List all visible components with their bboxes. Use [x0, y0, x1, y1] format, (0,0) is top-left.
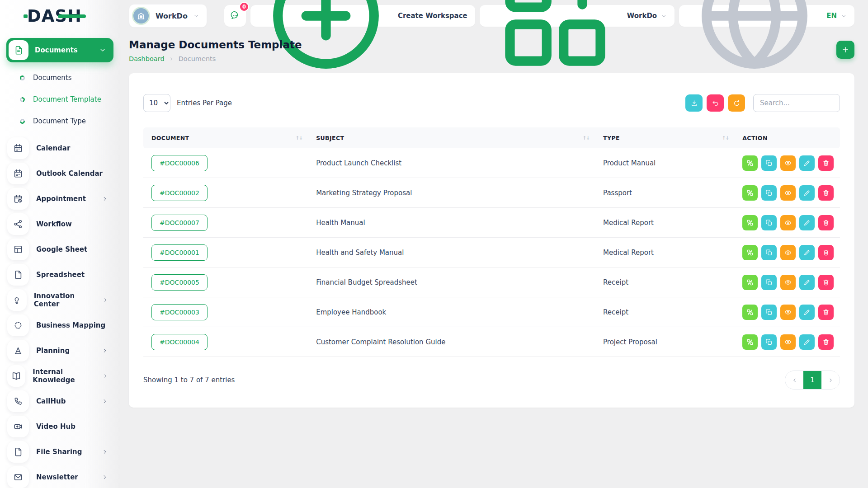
- convert-action-button[interactable]: [742, 155, 758, 171]
- convert-action-button[interactable]: [742, 245, 758, 260]
- sidebar-item-file-sharing[interactable]: File Sharing: [7, 439, 112, 465]
- convert-action-button[interactable]: [742, 305, 758, 320]
- sidebar-item-spreadsheet[interactable]: Spreadsheet: [7, 262, 112, 287]
- convert-action-button[interactable]: [742, 215, 758, 230]
- workspace-avatar: [132, 7, 150, 25]
- sidebar-item-outlook-calendar[interactable]: Outlook Calendar: [7, 161, 112, 186]
- refresh-button[interactable]: [728, 94, 745, 112]
- view-action-button[interactable]: [780, 305, 796, 320]
- delete-action-button[interactable]: [818, 305, 834, 320]
- sidebar-item-callhub[interactable]: CallHub: [7, 389, 112, 414]
- sidebar-item-business-mapping[interactable]: Business Mapping: [7, 313, 112, 338]
- convert-icon: [746, 338, 754, 346]
- column-header-type[interactable]: TYPE↑↓: [603, 135, 742, 141]
- search-input[interactable]: [753, 94, 840, 112]
- sort-arrows-icon[interactable]: ↑↓: [582, 135, 590, 141]
- delete-action-button[interactable]: [818, 155, 834, 171]
- showing-entries-text: Showing 1 to 7 of 7 entries: [143, 376, 235, 384]
- copy-action-button[interactable]: [761, 334, 777, 350]
- view-action-button[interactable]: [780, 334, 796, 350]
- document-id-badge[interactable]: #DOC00003: [151, 304, 208, 320]
- sidebar-item-workflow[interactable]: Workflow: [7, 211, 112, 237]
- sidebar-subitem-document-type[interactable]: Document Type: [20, 110, 113, 132]
- edit-action-button[interactable]: [799, 155, 815, 171]
- convert-action-button[interactable]: [742, 275, 758, 290]
- table-row: #DOC00002Marketing Strategy ProposalPass…: [143, 178, 840, 208]
- column-header-document[interactable]: DOCUMENT↑↓: [143, 135, 316, 141]
- breadcrumb-dashboard-link[interactable]: Dashboard: [129, 55, 165, 62]
- delete-action-button[interactable]: [818, 185, 834, 201]
- workdo-menu-button[interactable]: WorkDo: [480, 5, 675, 27]
- sidebar-item-google-sheet[interactable]: Google Sheet: [7, 237, 112, 262]
- edit-action-button[interactable]: [799, 215, 815, 230]
- document-id-badge[interactable]: #DOC00005: [151, 274, 208, 291]
- delete-action-button[interactable]: [818, 275, 834, 290]
- google-sheet-icon: [7, 239, 29, 260]
- convert-action-button[interactable]: [742, 185, 758, 201]
- document-id-badge[interactable]: #DOC00002: [151, 185, 208, 201]
- export-button[interactable]: [685, 94, 703, 112]
- copy-action-button[interactable]: [761, 275, 777, 290]
- copy-action-button[interactable]: [761, 215, 777, 230]
- edit-action-button[interactable]: [799, 245, 815, 260]
- convert-action-button[interactable]: [742, 334, 758, 350]
- sidebar-item-planning[interactable]: Planning: [7, 338, 112, 363]
- sidebar-subitem-documents[interactable]: Documents: [20, 67, 113, 89]
- document-id-badge[interactable]: #DOC00004: [151, 334, 208, 350]
- reset-button[interactable]: [707, 94, 724, 112]
- sidebar-item-appointment[interactable]: Appointment: [7, 186, 112, 211]
- sort-arrows-icon[interactable]: ↑↓: [296, 135, 303, 141]
- chevron-right-icon: [102, 347, 108, 354]
- table-row: #DOC00004Customer Complaint Resolution G…: [143, 327, 840, 357]
- view-action-button[interactable]: [780, 155, 796, 171]
- delete-action-button[interactable]: [818, 334, 834, 350]
- language-selector[interactable]: EN: [679, 5, 854, 27]
- view-action-button[interactable]: [780, 275, 796, 290]
- document-id-badge[interactable]: #DOC00007: [151, 215, 208, 231]
- pagination-next-button[interactable]: [821, 371, 840, 389]
- document-id-badge[interactable]: #DOC00006: [151, 155, 208, 171]
- sidebar-submenu: DocumentsDocument TemplateDocument Type: [6, 62, 113, 134]
- entries-per-page-select[interactable]: 10: [143, 94, 170, 112]
- copy-icon: [765, 338, 773, 346]
- sidebar-item-internal-knowledge[interactable]: Internal Knowledge: [7, 363, 112, 389]
- subject-cell: Financial Budget Spreadsheet: [316, 278, 603, 286]
- copy-action-button[interactable]: [761, 185, 777, 201]
- view-action-button[interactable]: [780, 185, 796, 201]
- edit-action-button[interactable]: [799, 305, 815, 320]
- app-logo[interactable]: DASH: [0, 0, 120, 32]
- edit-action-button[interactable]: [799, 185, 815, 201]
- copy-action-button[interactable]: [761, 245, 777, 260]
- row-actions: [742, 185, 840, 201]
- pagination-page-1[interactable]: 1: [803, 371, 821, 389]
- view-action-button[interactable]: [780, 215, 796, 230]
- edit-action-button[interactable]: [799, 275, 815, 290]
- delete-action-button[interactable]: [818, 215, 834, 230]
- sidebar-subitem-document-template[interactable]: Document Template: [20, 89, 113, 110]
- sort-arrows-icon[interactable]: ↑↓: [722, 135, 729, 141]
- edit-action-button[interactable]: [799, 334, 815, 350]
- file-sharing-icon: [7, 441, 29, 463]
- sidebar-item-calendar[interactable]: Calendar: [7, 136, 112, 161]
- document-id-badge[interactable]: #DOC00001: [151, 244, 208, 261]
- messages-button[interactable]: 0: [224, 5, 246, 27]
- sidebar-group-documents[interactable]: Documents: [6, 38, 113, 62]
- copy-action-button[interactable]: [761, 305, 777, 320]
- view-action-button[interactable]: [780, 245, 796, 260]
- grid-plus-icon: [487, 0, 623, 84]
- workspace-selector[interactable]: WorkDo: [129, 4, 207, 28]
- column-header-subject[interactable]: SUBJECT↑↓: [316, 135, 603, 141]
- add-template-button[interactable]: [836, 41, 854, 59]
- type-cell: Passport: [603, 189, 742, 197]
- business-mapping-icon: [7, 314, 29, 336]
- sidebar-item-video-hub[interactable]: Video Hub: [7, 414, 112, 439]
- view-icon: [784, 309, 792, 316]
- sidebar-item-innovation-center[interactable]: Innovation Center: [7, 287, 112, 313]
- sidebar-item-newsletter[interactable]: Newsletter: [7, 465, 112, 488]
- create-workspace-button[interactable]: Create Workspace: [250, 5, 475, 27]
- pagination-prev-button[interactable]: [785, 371, 803, 389]
- view-icon: [784, 249, 792, 256]
- delete-action-button[interactable]: [818, 245, 834, 260]
- copy-action-button[interactable]: [761, 155, 777, 171]
- chevron-right-icon: [102, 398, 108, 404]
